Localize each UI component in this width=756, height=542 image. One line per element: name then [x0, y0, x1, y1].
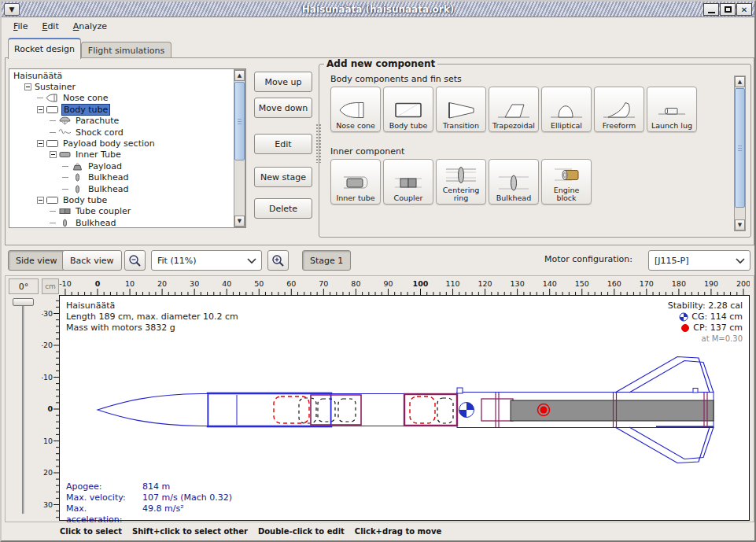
scroll-up-icon[interactable]: ▲ [735, 76, 745, 87]
tree-row-payload[interactable]: Payload [10, 160, 233, 171]
tree-expander-icon[interactable] [50, 151, 57, 158]
bodytube-icon [46, 139, 59, 148]
move-down-button[interactable]: Move down [254, 98, 312, 118]
tree-row-body-tube[interactable]: Body tube [10, 194, 233, 205]
tree-row-bulkhead[interactable]: Bulkhead [10, 172, 233, 183]
add-bulkhead-button[interactable]: Bulkhead [489, 159, 539, 205]
bulkhead-icon [71, 173, 84, 182]
inner-tube-icon [337, 172, 374, 194]
add-coupler-button[interactable]: Coupler [383, 159, 433, 205]
rotation-slider-handle[interactable] [13, 298, 34, 306]
tree-row-shock-cord[interactable]: Shock cord [10, 127, 233, 138]
tree-label: Bulkhead [87, 172, 130, 183]
maximize-button[interactable] [720, 3, 736, 16]
svg-text:-30: -30 [42, 309, 53, 318]
component-button-label: Bulkhead [496, 194, 531, 202]
tree-row-payload-body-section[interactable]: Payload body section [10, 138, 233, 149]
tree-row-parachute[interactable]: Parachute [10, 116, 233, 127]
nosecone-icon [46, 94, 59, 102]
add-transition-button[interactable]: Transition [436, 87, 486, 132]
svg-text:80: 80 [351, 279, 360, 288]
tree-expander-icon[interactable] [37, 140, 44, 147]
motor-configuration-select[interactable]: [J115-P] [648, 250, 750, 271]
menu-analyze[interactable]: Analyze [66, 19, 114, 34]
status-hint: Shift+click to select other [132, 527, 248, 536]
tab-flight-simulations[interactable]: Flight simulations [81, 42, 171, 59]
horizontal-ruler: -100102030405060708090100110120130140150… [59, 278, 750, 295]
status-hint: Double-click to edit [258, 527, 345, 536]
component-panel-scrollbar[interactable]: ▲ ▼ [734, 76, 746, 231]
close-icon: ✕ [741, 6, 747, 14]
tree-row-tube-coupler[interactable]: Tube coupler [10, 206, 233, 217]
parachute-icon [58, 116, 72, 125]
side-view-button[interactable]: Side view [8, 250, 65, 271]
delete-button[interactable]: Delete [254, 198, 312, 219]
rotation-slider-track[interactable] [22, 303, 24, 514]
stage-1-toggle[interactable]: Stage 1 [302, 250, 351, 271]
rocket-info-block: Haisunäätä Length 189 cm, max. diameter … [66, 300, 238, 334]
component-button-label: Inner tube [336, 194, 374, 202]
zoom-in-button[interactable] [267, 250, 289, 271]
cp-icon [680, 323, 690, 333]
menu-file[interactable]: File [6, 19, 35, 34]
rocket-canvas[interactable]: Haisunäätä Length 189 cm, max. diameter … [59, 295, 750, 521]
fin-lower[interactable] [615, 427, 710, 463]
motor-configuration-label: Motor configuration: [544, 254, 632, 264]
tree-row-inner-tube[interactable]: Inner Tube [10, 149, 233, 160]
scroll-down-icon[interactable]: ▼ [735, 219, 745, 230]
tree-label: Inner Tube [74, 149, 123, 160]
svg-text:60: 60 [286, 279, 296, 288]
window-title: Haisunäätä (haisunaata.ork) [2, 4, 754, 15]
tree-expander-icon[interactable] [37, 197, 44, 204]
close-button[interactable]: ✕ [736, 3, 752, 16]
innertube-icon [58, 150, 72, 159]
new-stage-button[interactable]: New stage [254, 167, 312, 187]
tree-scrollbar[interactable]: ▲ ▼ [234, 69, 245, 227]
tree-expander-icon[interactable] [37, 106, 44, 113]
component-button-label: Freeform [603, 122, 636, 130]
magnifier-plus-icon [271, 254, 285, 267]
tree-scrollbar-thumb[interactable] [234, 82, 245, 160]
add-freeform-button[interactable]: Freeform [594, 87, 644, 132]
tree-row-bulkhead[interactable]: Bulkhead [10, 183, 233, 194]
minimize-button[interactable] [703, 3, 719, 16]
rotation-indicator: 0° [9, 278, 39, 294]
add-launch-lug-button[interactable]: Launch lug [647, 87, 697, 132]
component-button-label: Coupler [394, 194, 423, 202]
tree-row-body-tube[interactable]: Body tube [10, 104, 233, 115]
aft-launch-lug-shape[interactable] [693, 389, 698, 393]
add-centering-ring-button[interactable]: Centering ring [436, 159, 486, 205]
magnifier-minus-icon [128, 254, 142, 267]
tree-row-bulkhead[interactable]: Bulkhead [10, 217, 233, 227]
tab-rocket-design[interactable]: Rocket design [8, 38, 81, 59]
fin-upper[interactable] [615, 357, 710, 393]
add-inner-tube-button[interactable]: Inner tube [330, 159, 381, 205]
zoom-level-select[interactable]: Fit (11%) [151, 250, 262, 271]
launch-lug-shape[interactable] [457, 388, 463, 393]
zoom-out-button[interactable] [124, 250, 146, 271]
scroll-up-icon[interactable]: ▲ [234, 70, 245, 81]
add-trapezoidal-button[interactable]: Trapezoidal [489, 87, 539, 132]
add-elliptical-button[interactable]: Elliptical [541, 87, 592, 132]
add-nose-cone-button[interactable]: Nose cone [330, 87, 381, 132]
menu-edit[interactable]: Edit [35, 19, 65, 34]
tree-row-haisunäätä[interactable]: Haisunäätä [10, 70, 233, 81]
nose-cone-shape[interactable] [98, 394, 208, 426]
back-view-button[interactable]: Back view [62, 250, 122, 271]
tree-row-sustainer[interactable]: Sustainer [10, 81, 233, 92]
svg-text:110: 110 [445, 279, 459, 288]
component-scrollbar-thumb[interactable] [735, 88, 745, 208]
add-body-tube-button[interactable]: Body tube [383, 87, 433, 132]
move-up-button[interactable]: Move up [254, 72, 312, 92]
flight-label: Max. acceleration: [66, 503, 142, 525]
svg-text:180: 180 [672, 279, 686, 288]
add-engine-block-button[interactable]: Engine block [541, 159, 592, 205]
svg-text:-10: -10 [42, 373, 53, 382]
cg-value: CG: 114 cm [691, 312, 743, 323]
scroll-down-icon[interactable]: ▼ [234, 216, 245, 227]
edit-button[interactable]: Edit [254, 134, 312, 154]
tree-expander-icon[interactable] [24, 83, 31, 90]
tree-row-nose-cone[interactable]: Nose cone [10, 93, 233, 104]
bulkhead-icon [58, 219, 72, 227]
svg-text:10: 10 [43, 437, 53, 445]
